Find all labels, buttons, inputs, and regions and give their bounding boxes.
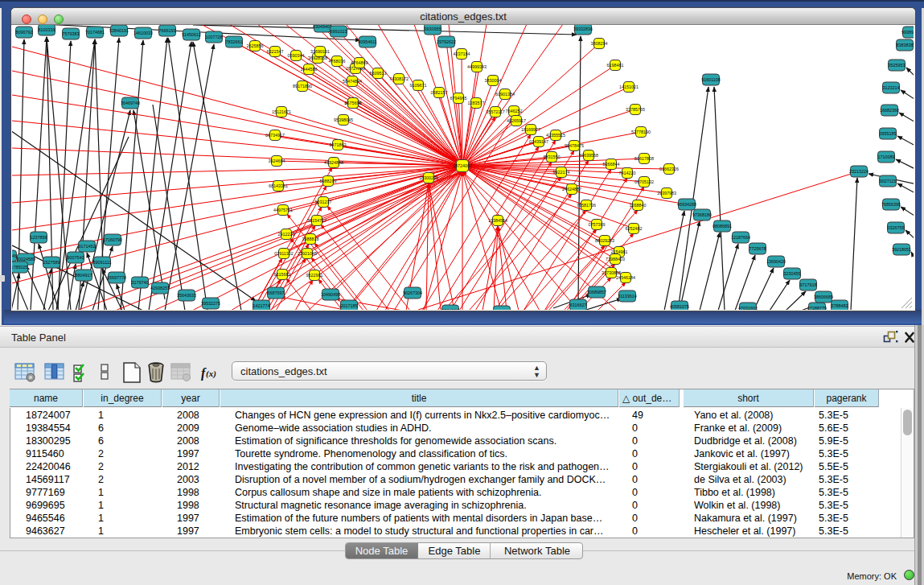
svg-text:6615682: 6615682 (274, 272, 291, 277)
svg-text:2625856: 2625856 (247, 43, 264, 48)
svg-text:44999343: 44999343 (467, 64, 487, 69)
svg-text:0582157: 0582157 (431, 90, 448, 95)
svg-text:41924848: 41924848 (324, 160, 343, 165)
svg-text:1527589: 1527589 (43, 260, 60, 265)
svg-text:74308172: 74308172 (389, 76, 409, 81)
svg-text:42938257: 42938257 (150, 286, 170, 290)
svg-text:7666193: 7666193 (159, 28, 176, 33)
svg-text:39397983: 39397983 (657, 191, 676, 196)
svg-text:1444588: 1444588 (301, 67, 318, 72)
svg-text:39332836: 39332836 (573, 27, 593, 31)
svg-text:40581075: 40581075 (670, 304, 689, 309)
svg-text:90267304: 90267304 (403, 290, 422, 295)
svg-text:5366844: 5366844 (603, 162, 620, 167)
svg-text:9109671: 9109671 (410, 83, 427, 88)
svg-text:7725678: 7725678 (749, 246, 766, 251)
svg-text:07911302: 07911302 (274, 251, 294, 256)
svg-text:97368180: 97368180 (692, 212, 712, 217)
svg-text:3930955: 3930955 (425, 27, 441, 31)
svg-text:18724007: 18724007 (453, 163, 472, 168)
svg-text:48265917: 48265917 (507, 118, 526, 123)
svg-text:6764869: 6764869 (351, 60, 368, 65)
svg-text:7832661: 7832661 (226, 39, 243, 44)
svg-text:91601108: 91601108 (701, 77, 721, 82)
svg-text:1785025: 1785025 (12, 265, 28, 270)
svg-text:18300295: 18300295 (419, 175, 438, 180)
svg-text:35643633: 35643633 (177, 293, 196, 298)
svg-text:6252482: 6252482 (626, 226, 643, 231)
svg-text:27288779: 27288779 (807, 306, 827, 310)
svg-text:53840191: 53840191 (109, 28, 129, 33)
svg-text:8100339: 8100339 (39, 27, 55, 32)
svg-text:9031237: 9031237 (315, 200, 332, 204)
svg-text:69639568: 69639568 (579, 153, 598, 158)
svg-text:33785765: 33785765 (626, 107, 645, 112)
svg-text:38606689: 38606689 (814, 295, 833, 299)
svg-text:40954611: 40954611 (358, 39, 377, 44)
svg-text:25921045: 25921045 (298, 251, 317, 256)
svg-text:3830004: 3830004 (485, 78, 502, 83)
svg-text:4768036: 4768036 (329, 59, 346, 64)
svg-text:23213224: 23213224 (849, 169, 869, 174)
svg-text:69091111: 69091111 (93, 260, 112, 265)
svg-text:01439147: 01439147 (529, 139, 548, 144)
svg-text:24546184: 24546184 (616, 275, 635, 280)
svg-text:8096792: 8096792 (16, 30, 33, 35)
svg-text:70174681: 70174681 (85, 30, 105, 35)
svg-text:8383838: 8383838 (897, 43, 914, 47)
svg-text:6991023: 6991023 (331, 29, 347, 34)
svg-text:3230455: 3230455 (784, 271, 801, 276)
svg-text:12187664: 12187664 (731, 235, 750, 240)
svg-text:7646252: 7646252 (506, 109, 523, 113)
svg-text:01662326: 01662326 (659, 167, 679, 171)
svg-text:2675690: 2675690 (345, 101, 362, 105)
svg-text:14610033: 14610033 (133, 31, 153, 35)
svg-text:17160790: 17160790 (103, 237, 122, 242)
svg-text:6198481: 6198481 (607, 63, 624, 68)
svg-text:6316627: 6316627 (570, 303, 587, 307)
svg-text:88029203: 88029203 (595, 238, 614, 243)
svg-text:9007540: 9007540 (68, 255, 84, 260)
svg-text:3525953: 3525953 (889, 63, 906, 68)
svg-text:06734917: 06734917 (265, 133, 285, 138)
svg-text:3374207: 3374207 (442, 308, 459, 310)
svg-text:9171452: 9171452 (79, 244, 96, 249)
svg-text:1710089: 1710089 (878, 154, 895, 159)
svg-text:95398045: 95398045 (334, 117, 353, 122)
svg-text:1237899: 1237899 (31, 235, 47, 240)
svg-text:44975761: 44975761 (273, 208, 293, 212)
svg-text:42355515: 42355515 (546, 133, 565, 138)
svg-text:99389544: 99389544 (901, 30, 914, 35)
svg-text:76581736: 76581736 (577, 203, 596, 208)
svg-text:46934288: 46934288 (677, 202, 696, 207)
svg-text:5609513: 5609513 (370, 71, 387, 76)
svg-text:31133614: 31133614 (618, 294, 637, 299)
svg-text:13690420: 13690420 (766, 259, 786, 264)
svg-text:7414220: 7414220 (619, 171, 636, 175)
svg-text:0326755: 0326755 (888, 225, 905, 230)
svg-text:60901384: 60901384 (495, 92, 515, 97)
svg-text:6687597: 6687597 (268, 290, 285, 295)
svg-text:5471863: 5471863 (330, 142, 347, 147)
svg-text:6794965: 6794965 (450, 96, 467, 101)
svg-text:76856395: 76856395 (881, 202, 901, 207)
svg-text:8804917: 8804917 (76, 273, 92, 278)
svg-text:3988818: 3988818 (302, 237, 319, 241)
svg-text:31690191: 31690191 (310, 49, 330, 54)
svg-text:3123214: 3123214 (883, 85, 900, 90)
svg-text:3924684: 3924684 (269, 159, 285, 163)
svg-text:63049403: 63049403 (313, 25, 332, 29)
svg-text:89171890: 89171890 (293, 84, 312, 89)
svg-text:1421774: 1421774 (253, 303, 270, 308)
svg-text:58474844: 58474844 (343, 79, 362, 84)
svg-text:9922174: 9922174 (553, 170, 570, 175)
svg-text:5988293: 5988293 (320, 179, 337, 183)
svg-text:3268840: 3268840 (630, 203, 647, 208)
svg-text:55154717: 55154717 (307, 218, 326, 223)
svg-text:30689857: 30689857 (587, 290, 606, 295)
svg-text:36469748: 36469748 (121, 101, 140, 105)
svg-text:09705132: 09705132 (634, 179, 654, 184)
svg-text:9717918: 9717918 (800, 282, 817, 287)
svg-text:15121671: 15121671 (272, 109, 291, 114)
svg-text:39532275: 39532275 (201, 301, 220, 306)
